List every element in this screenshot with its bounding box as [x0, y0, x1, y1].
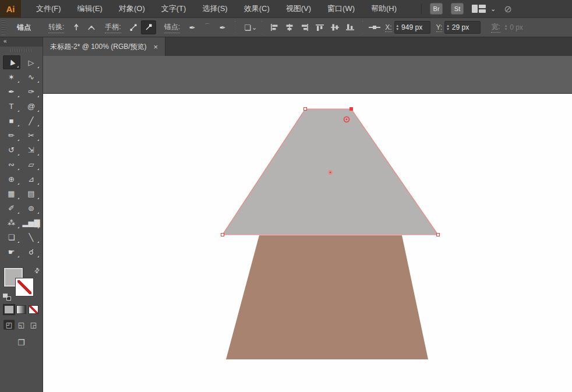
- lamp-base-shape[interactable]: [226, 235, 428, 359]
- tool-button[interactable]: ▂▅▇: [23, 216, 40, 229]
- tool-icon: ⊚: [28, 204, 34, 213]
- screen-mode-icon[interactable]: ❐: [17, 338, 25, 347]
- cs-live-icon[interactable]: ⊘: [504, 3, 511, 15]
- tool-button[interactable]: ▱: [23, 157, 40, 171]
- flyout-triangle-icon: [37, 139, 39, 141]
- tool-button[interactable]: ∿: [23, 70, 40, 84]
- tool-button[interactable]: ■: [3, 114, 20, 128]
- menu-item[interactable]: 效果(C): [236, 0, 278, 17]
- tool-button[interactable]: ▤: [23, 186, 40, 200]
- chevron-down-icon[interactable]: ⌄: [252, 24, 257, 31]
- bridge-launch-button[interactable]: Br: [430, 3, 443, 15]
- y-input[interactable]: ▴▾ 29 px: [444, 21, 481, 34]
- hide-handles-icon[interactable]: [141, 20, 156, 34]
- handles-label: 手柄:: [105, 22, 121, 33]
- tool-icon: ▤: [27, 189, 34, 198]
- tool-button[interactable]: ✂: [23, 128, 40, 142]
- align-left-icon[interactable]: [267, 20, 282, 34]
- fill-stroke-controls: ⇄: [3, 267, 40, 301]
- align-bottom-icon[interactable]: [343, 20, 358, 34]
- main-region: « ▶ ▷ ✶: [0, 37, 572, 392]
- flyout-triangle-icon: [37, 125, 39, 126]
- drawing-mode-button[interactable]: ◱: [16, 320, 27, 330]
- stepper-arrows-icon[interactable]: ▴▾: [397, 24, 399, 31]
- tool-button[interactable]: ✑: [23, 84, 40, 98]
- anchor-point-selected[interactable]: [350, 108, 353, 111]
- tool-button[interactable]: ⁂: [3, 216, 20, 229]
- illustrator-window: Ai 文件(F)编辑(E)对象(O)文字(T)选择(S)效果(C)视图(V)窗口…: [0, 0, 572, 392]
- tool-button[interactable]: ✒: [3, 84, 20, 98]
- convert-to-smooth-icon[interactable]: [84, 20, 99, 34]
- x-input[interactable]: ▴▾ 949 px: [394, 21, 430, 34]
- tool-icon: ⊕: [8, 175, 15, 183]
- menu-item[interactable]: 对象(O): [111, 0, 153, 17]
- tool-button[interactable]: ✶: [3, 70, 20, 84]
- tool-button[interactable]: ⊕: [3, 172, 20, 186]
- tool-button[interactable]: ⊿: [23, 172, 40, 186]
- menu-item[interactable]: 编辑(E): [69, 0, 111, 17]
- tool-button[interactable]: ╱: [23, 114, 40, 128]
- tool-button[interactable]: ╲: [23, 230, 40, 244]
- tool-button[interactable]: ▶: [3, 55, 20, 69]
- anchor-point[interactable]: [437, 234, 440, 236]
- tool-button[interactable]: ✐: [3, 201, 20, 215]
- y-label: Y:: [436, 23, 443, 32]
- menu-item[interactable]: 窗口(W): [319, 0, 363, 17]
- gradient-button[interactable]: [16, 305, 26, 314]
- tool-grid: ▶ ▷ ✶ ∿: [3, 55, 40, 259]
- panel-grip[interactable]: [10, 49, 33, 52]
- show-handles-icon[interactable]: [126, 20, 141, 34]
- close-tab-icon[interactable]: ×: [154, 43, 158, 51]
- tool-button[interactable]: ⊚: [23, 201, 40, 215]
- tool-button[interactable]: ☌: [23, 245, 40, 259]
- document-tab[interactable]: 未标题-2* @ 100% (RGB/预览) ×: [43, 37, 165, 56]
- align-h-center-icon[interactable]: [282, 20, 297, 34]
- workspace-switcher-icon[interactable]: [472, 5, 486, 13]
- tool-button[interactable]: ☛: [3, 245, 20, 259]
- stroke-swatch[interactable]: [16, 278, 33, 296]
- menu-item[interactable]: 选择(S): [194, 0, 235, 17]
- tool-button[interactable]: T: [3, 99, 20, 113]
- cut-path-icon[interactable]: ⌒: [200, 20, 215, 34]
- drawing-mode-button[interactable]: ◰: [3, 320, 15, 330]
- anchor-point[interactable]: [304, 108, 307, 111]
- anchor-point[interactable]: [221, 234, 224, 236]
- tool-button[interactable]: ⇲: [23, 143, 40, 157]
- tool-icon: ✂: [28, 131, 34, 140]
- menu-item[interactable]: 视图(V): [278, 0, 319, 17]
- app-logo-icon[interactable]: Ai: [0, 0, 21, 17]
- tool-button[interactable]: ↺: [3, 143, 20, 157]
- flyout-triangle-icon: [17, 110, 19, 112]
- align-top-icon[interactable]: [312, 20, 327, 34]
- align-right-icon[interactable]: [297, 20, 312, 34]
- divider: [235, 21, 235, 34]
- collapse-panel-icon[interactable]: «: [0, 37, 43, 47]
- tool-icon: ▷: [29, 58, 34, 67]
- chevron-down-icon[interactable]: ⌄: [490, 5, 496, 13]
- none-button[interactable]: [29, 305, 38, 314]
- menu-item[interactable]: 帮助(H): [363, 0, 405, 17]
- tools-panel: « ▶ ▷ ✶: [0, 37, 43, 392]
- menu-bar: Ai 文件(F)编辑(E)对象(O)文字(T)选择(S)效果(C)视图(V)窗口…: [0, 0, 572, 17]
- color-button[interactable]: [4, 305, 14, 314]
- tool-button[interactable]: ✏: [3, 128, 20, 142]
- default-fill-stroke-icon[interactable]: [3, 294, 11, 301]
- tool-button[interactable]: ❏: [3, 230, 20, 244]
- align-v-center-icon[interactable]: [327, 20, 343, 34]
- canvas-viewport[interactable]: [43, 56, 572, 392]
- convert-to-corner-icon[interactable]: [69, 20, 84, 34]
- drawing-mode-button[interactable]: ◲: [28, 320, 39, 330]
- connect-endpoints-icon[interactable]: ✒: [215, 20, 230, 34]
- tool-button[interactable]: ▦: [3, 186, 20, 200]
- panel-grip[interactable]: [1, 20, 5, 35]
- flyout-triangle-icon: [17, 96, 19, 97]
- menu-item[interactable]: 文件(F): [28, 0, 69, 17]
- swap-fill-stroke-icon[interactable]: ⇄: [33, 266, 42, 276]
- delete-anchor-icon[interactable]: ✒: [185, 20, 200, 34]
- menu-item[interactable]: 文字(T): [153, 0, 195, 17]
- tool-button[interactable]: @: [23, 99, 40, 113]
- tool-button[interactable]: ∾: [3, 157, 20, 171]
- stock-launch-button[interactable]: St: [451, 3, 464, 15]
- stepper-arrows-icon[interactable]: ▴▾: [447, 24, 449, 31]
- tool-button[interactable]: ▷: [23, 55, 40, 69]
